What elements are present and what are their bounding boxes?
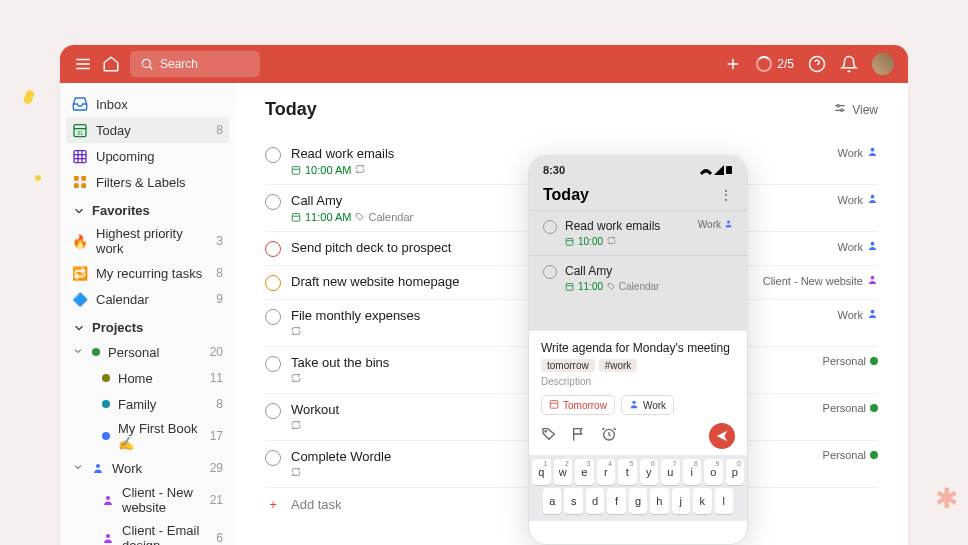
svg-rect-32 bbox=[292, 214, 300, 222]
project-color-dot bbox=[102, 374, 110, 382]
sidebar-fav-calendar[interactable]: 🔷 Calendar 9 bbox=[60, 286, 235, 312]
keyboard-key[interactable]: i8 bbox=[683, 459, 702, 485]
task-meta: 10:00 bbox=[565, 236, 690, 247]
keyboard-key[interactable]: h bbox=[650, 488, 668, 514]
task-checkbox[interactable] bbox=[265, 194, 281, 210]
search-box[interactable] bbox=[130, 51, 260, 77]
search-icon bbox=[140, 57, 154, 71]
sidebar: Inbox 31 Today 8 Upcoming Filters & Labe… bbox=[60, 83, 235, 545]
sidebar-favorites-header[interactable]: Favorites bbox=[60, 195, 235, 222]
sidebar-today[interactable]: 31 Today 8 bbox=[66, 117, 229, 143]
task-checkbox[interactable] bbox=[265, 275, 281, 291]
sidebar-item-label: Work bbox=[112, 461, 202, 476]
task-project-tag[interactable]: Work bbox=[838, 308, 878, 321]
task-checkbox[interactable] bbox=[265, 450, 281, 466]
keyboard-key[interactable]: d bbox=[586, 488, 604, 514]
task-project-tag[interactable]: Personal bbox=[823, 355, 878, 367]
add-icon[interactable] bbox=[724, 55, 742, 73]
date-pill[interactable]: Tomorrow bbox=[541, 395, 615, 415]
compose-chip-tag[interactable]: #work bbox=[599, 359, 638, 372]
svg-rect-18 bbox=[81, 176, 86, 181]
menu-icon[interactable] bbox=[74, 55, 92, 73]
page-title: Today bbox=[265, 99, 317, 120]
sidebar-project-work[interactable]: Work 29 bbox=[60, 455, 235, 481]
keyboard-key[interactable]: p0 bbox=[726, 459, 745, 485]
task-checkbox[interactable] bbox=[265, 356, 281, 372]
progress-badge[interactable]: 2/5 bbox=[756, 56, 794, 72]
phone-task-row[interactable]: Read work emails10:00 Work bbox=[529, 210, 747, 255]
view-button[interactable]: View bbox=[833, 101, 878, 118]
svg-rect-44 bbox=[550, 401, 558, 409]
compose-task-title[interactable]: Write agenda for Monday's meeting bbox=[541, 341, 735, 355]
project-pill[interactable]: Work bbox=[621, 395, 674, 415]
keyboard-key[interactable]: f bbox=[607, 488, 625, 514]
flag-icon[interactable] bbox=[571, 426, 587, 446]
shared-icon bbox=[102, 494, 114, 506]
sidebar-item-count: 17 bbox=[210, 429, 223, 443]
keyboard-key[interactable]: u7 bbox=[661, 459, 680, 485]
keyboard-key[interactable]: j bbox=[672, 488, 690, 514]
sidebar-project-client-email[interactable]: Client - Email design 6 bbox=[60, 519, 235, 545]
help-icon[interactable] bbox=[808, 55, 826, 73]
kebab-icon[interactable]: ⋮ bbox=[719, 187, 733, 203]
svg-point-37 bbox=[871, 310, 875, 314]
sidebar-filters[interactable]: Filters & Labels bbox=[60, 169, 235, 195]
keyboard-key[interactable]: t5 bbox=[618, 459, 637, 485]
task-meta: 11:00 Calendar bbox=[565, 281, 733, 292]
sidebar-fav-recurring[interactable]: 🔁 My recurring tasks 8 bbox=[60, 260, 235, 286]
keyboard-key[interactable]: y6 bbox=[640, 459, 659, 485]
task-project-tag[interactable]: Client - New website bbox=[763, 274, 878, 287]
phone-task-row[interactable]: Call Amy11:00 Calendar bbox=[529, 255, 747, 300]
phone-compose-card: Write agenda for Monday's meeting tomorr… bbox=[529, 331, 747, 455]
search-input[interactable] bbox=[160, 57, 250, 71]
phone-keyboard: q1w2e3r4t5y6u7i8o9p0 asdfghjkl bbox=[529, 455, 747, 521]
task-checkbox[interactable] bbox=[265, 403, 281, 419]
label-icon[interactable] bbox=[541, 426, 557, 446]
keyboard-key[interactable]: q1 bbox=[532, 459, 551, 485]
compose-chip-date[interactable]: tomorrow bbox=[541, 359, 595, 372]
task-project-tag[interactable]: Work bbox=[838, 146, 878, 159]
send-button[interactable] bbox=[709, 423, 735, 449]
keyboard-key[interactable]: s bbox=[564, 488, 582, 514]
sidebar-inbox[interactable]: Inbox bbox=[60, 91, 235, 117]
sidebar-project-home[interactable]: Home 11 bbox=[60, 365, 235, 391]
avatar[interactable] bbox=[872, 53, 894, 75]
sidebar-project-family[interactable]: Family 8 bbox=[60, 391, 235, 417]
sidebar-project-book[interactable]: My First Book ✍️ 17 bbox=[60, 417, 235, 455]
keyboard-key[interactable]: g bbox=[629, 488, 647, 514]
reminder-icon[interactable] bbox=[601, 426, 617, 446]
task-project-tag[interactable]: Personal bbox=[823, 402, 878, 414]
shared-icon bbox=[92, 462, 104, 474]
keyboard-key[interactable]: o9 bbox=[704, 459, 723, 485]
keyboard-key[interactable]: r4 bbox=[597, 459, 616, 485]
progress-circle-icon bbox=[756, 56, 772, 72]
keyboard-key[interactable]: l bbox=[715, 488, 733, 514]
task-checkbox[interactable] bbox=[543, 220, 557, 234]
keyboard-key[interactable]: e3 bbox=[575, 459, 594, 485]
section-label: Favorites bbox=[92, 203, 150, 218]
svg-text:31: 31 bbox=[77, 130, 83, 136]
keyboard-key[interactable]: k bbox=[693, 488, 711, 514]
task-checkbox[interactable] bbox=[265, 147, 281, 163]
task-checkbox[interactable] bbox=[543, 265, 557, 279]
keyboard-key[interactable]: a bbox=[543, 488, 561, 514]
svg-point-27 bbox=[837, 105, 839, 107]
sidebar-item-label: Family bbox=[118, 397, 208, 412]
compose-description[interactable]: Description bbox=[541, 376, 735, 387]
keyboard-key[interactable]: w2 bbox=[554, 459, 573, 485]
sidebar-project-personal[interactable]: Personal 20 bbox=[60, 339, 235, 365]
sidebar-projects-header[interactable]: Projects bbox=[60, 312, 235, 339]
sidebar-upcoming[interactable]: Upcoming bbox=[60, 143, 235, 169]
project-pill-label: Work bbox=[643, 400, 666, 411]
sidebar-project-client-website[interactable]: Client - New website 21 bbox=[60, 481, 235, 519]
home-icon[interactable] bbox=[102, 55, 120, 73]
shared-icon bbox=[102, 532, 114, 544]
task-project-tag[interactable]: Work bbox=[838, 193, 878, 206]
notification-icon[interactable] bbox=[840, 55, 858, 73]
task-project-tag[interactable]: Personal bbox=[823, 449, 878, 461]
sidebar-fav-priority[interactable]: 🔥 Highest priority work 3 bbox=[60, 222, 235, 260]
svg-rect-38 bbox=[726, 166, 732, 174]
task-checkbox[interactable] bbox=[265, 241, 281, 257]
task-checkbox[interactable] bbox=[265, 309, 281, 325]
task-project-tag[interactable]: Work bbox=[838, 240, 878, 253]
